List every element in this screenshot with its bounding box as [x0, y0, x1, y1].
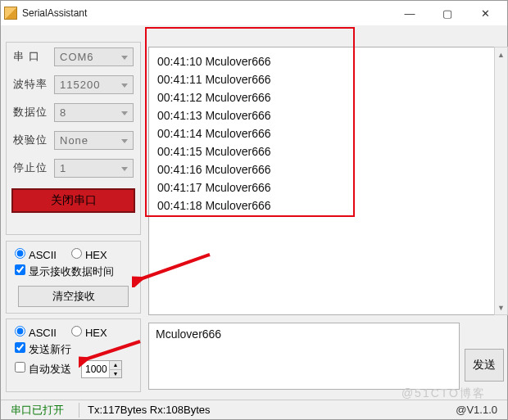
- receive-content: 00:41:10 Mculover66600:41:11 Mculover666…: [149, 47, 494, 219]
- app-icon: [4, 7, 17, 20]
- serial-config-group: 串 口 COM6 波特率 115200 数据位 8 校验位 None 停止位 1…: [6, 42, 141, 235]
- spin-up-icon[interactable]: ▲: [109, 361, 121, 370]
- maximize-button[interactable]: ▢: [429, 2, 466, 25]
- window-title: SerialAssistant: [22, 7, 87, 19]
- titlebar: SerialAssistant — ▢ ✕: [1, 1, 507, 25]
- baud-combo[interactable]: 115200: [54, 75, 134, 94]
- stopbits-label: 停止位: [13, 160, 54, 175]
- stopbits-combo[interactable]: 1: [54, 159, 134, 178]
- send-text-content: Mculover666: [149, 323, 459, 345]
- send-newline-checkbox[interactable]: 发送新行: [15, 342, 71, 357]
- port-combo[interactable]: COM6: [54, 47, 134, 66]
- scroll-up-icon[interactable]: ▲: [495, 47, 507, 61]
- tx-options-group: ASCII HEX 发送新行 自动发送 1000 ▲▼: [6, 318, 141, 392]
- status-bar: 串口已打开 Tx:117Bytes Rx:108Bytes @V1.1.0: [1, 400, 507, 419]
- port-label: 串 口: [13, 49, 54, 64]
- rx-options-group: ASCII HEX 显示接收数据时间 清空接收: [6, 241, 141, 314]
- close-port-button[interactable]: 关闭串口: [11, 188, 135, 213]
- tx-hex-radio[interactable]: HEX: [71, 326, 107, 339]
- receive-textbox[interactable]: 00:41:10 Mculover66600:41:11 Mculover666…: [148, 47, 494, 315]
- app-window: SerialAssistant — ▢ ✕ 串 口 COM6 波特率 11520…: [0, 0, 508, 420]
- databits-combo[interactable]: 8: [54, 103, 134, 122]
- clear-receive-button[interactable]: 清空接收: [18, 286, 129, 307]
- send-button[interactable]: 发送: [465, 349, 504, 382]
- port-state-label: 串口已打开: [2, 403, 79, 418]
- minimize-button[interactable]: —: [391, 2, 429, 25]
- close-window-button[interactable]: ✕: [466, 2, 504, 25]
- version-label: @V1.1.0: [447, 404, 506, 416]
- auto-send-interval-input[interactable]: 1000 ▲▼: [81, 360, 122, 378]
- show-time-checkbox[interactable]: 显示接收数据时间: [15, 264, 114, 279]
- receive-scrollbar[interactable]: ▲ ▼: [494, 47, 508, 315]
- spin-down-icon[interactable]: ▼: [109, 370, 121, 378]
- parity-combo[interactable]: None: [54, 131, 134, 150]
- rx-hex-radio[interactable]: HEX: [71, 248, 107, 261]
- client-area: 串 口 COM6 波特率 115200 数据位 8 校验位 None 停止位 1…: [1, 25, 507, 419]
- parity-label: 校验位: [13, 133, 54, 147]
- tx-ascii-radio[interactable]: ASCII: [15, 326, 57, 339]
- send-textbox[interactable]: Mculover666: [148, 323, 460, 390]
- bytes-label: Tx:117Bytes Rx:108Bytes: [79, 404, 219, 416]
- scroll-down-icon[interactable]: ▼: [495, 300, 507, 314]
- rx-ascii-radio[interactable]: ASCII: [15, 248, 57, 261]
- databits-label: 数据位: [13, 105, 54, 120]
- baud-label: 波特率: [13, 77, 54, 92]
- auto-send-checkbox[interactable]: 自动发送: [15, 362, 71, 377]
